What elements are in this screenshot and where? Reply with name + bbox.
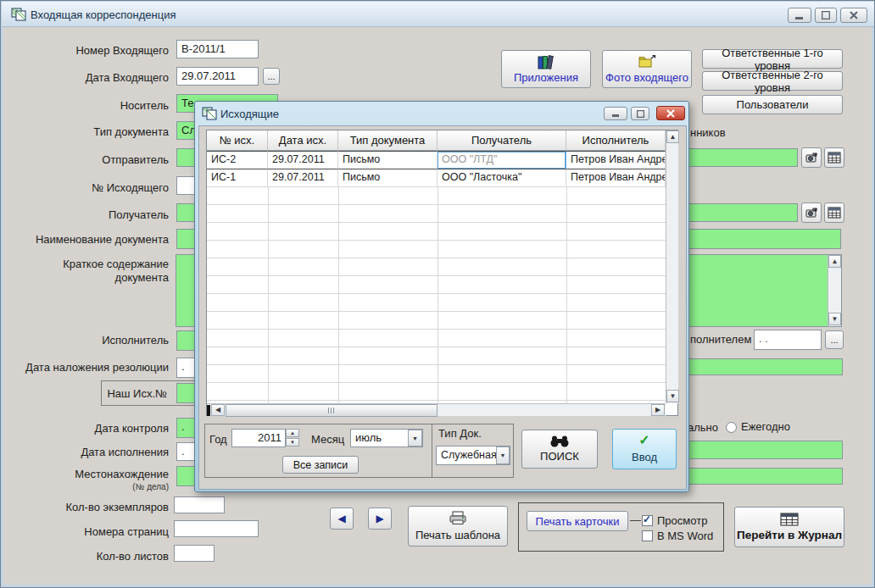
month-label: Месяц [311, 433, 344, 446]
all-records-button[interactable]: Все записи [282, 456, 359, 474]
print-template-button[interactable]: Печать шаблона [408, 506, 508, 546]
main-titlebar: Входящая корреспонденция [2, 2, 875, 27]
scroll-up-icon[interactable]: ▲ [828, 255, 841, 268]
table-cell[interactable]: ИС-2 [207, 151, 268, 169]
col-header-executor[interactable]: Исполнитель [566, 130, 666, 151]
resolution-extra-field[interactable] [684, 358, 843, 375]
scroll-right-icon[interactable]: ▶ [651, 404, 665, 416]
col-header-date[interactable]: Дата исх. [268, 130, 338, 151]
dialog-minimize-button[interactable] [604, 107, 627, 120]
print-template-label: Печать шаблона [415, 529, 500, 541]
incoming-date-field[interactable]: 29.07.2011 [176, 67, 259, 86]
users-button[interactable]: Пользователи [702, 95, 843, 114]
executor-date-field[interactable]: . . [754, 330, 822, 350]
col-header-receiver[interactable]: Получатель [438, 130, 566, 151]
books-icon [537, 54, 555, 69]
execution-date-label: Дата исполнения [1, 446, 169, 458]
goto-journal-label: Перейти в Журнал [737, 529, 842, 541]
col-header-doctype[interactable]: Тип документа [338, 130, 438, 151]
month-dropdown-icon[interactable]: ▼ [408, 430, 422, 447]
employees-label-fragment: нников [690, 126, 726, 139]
spin-up-icon[interactable]: ▲ [286, 429, 299, 437]
spin-down-icon[interactable]: ▼ [286, 438, 299, 447]
splitter-handle[interactable] [207, 405, 210, 416]
page-numbers-field[interactable] [174, 520, 259, 537]
dialog-close-button[interactable] [656, 106, 685, 120]
enter-button[interactable]: ✓ Ввод [612, 429, 677, 469]
table-cell[interactable]: Письмо [338, 169, 438, 187]
sender-camera-button[interactable] [801, 147, 822, 168]
attachments-button[interactable]: Приложения [501, 50, 591, 88]
doc-type-filter-label: Тип Док. [438, 427, 482, 440]
prev-record-button[interactable]: ◀ [330, 508, 354, 530]
col-header-number[interactable]: № исх. [207, 130, 268, 151]
sender-table-button[interactable] [824, 147, 844, 168]
table-cell[interactable]: Петров Иван Андре [566, 151, 666, 169]
receiver-camera-button[interactable] [801, 202, 822, 223]
summary-label-line1: Краткое содержание [1, 258, 169, 270]
control-date-label: Дата контроля [1, 422, 169, 435]
responsible-2-button[interactable]: Ответственные 2-го уровня [702, 71, 843, 91]
location-label: Местонахождение [1, 468, 169, 480]
page-numbers-label: Номера страниц [1, 525, 169, 538]
sheets-count-label: Кол-во листов [1, 550, 169, 563]
next-record-button[interactable]: ▶ [368, 508, 392, 530]
table-cell[interactable]: Петров Иван Андре [566, 169, 666, 187]
receiver-table-button[interactable] [824, 202, 844, 223]
executor-date-browse-button[interactable]: ... [825, 330, 844, 349]
year-spinner-buttons[interactable]: ▲ ▼ [286, 429, 301, 447]
copies-count-field[interactable] [174, 496, 225, 513]
table-cell[interactable]: 29.07.2011 [268, 151, 338, 169]
incoming-date-label: Дата Входящего [1, 71, 169, 84]
table-cell[interactable]: Письмо [338, 151, 438, 169]
binoculars-icon [549, 435, 570, 447]
hscroll-thumb[interactable] [226, 404, 438, 417]
folder-arrow-icon [637, 54, 657, 69]
right-green-field-2[interactable] [684, 468, 843, 485]
table-cell-focused[interactable]: ООО "ЛТД" [438, 151, 566, 169]
right-green-field-1[interactable] [684, 441, 843, 459]
next-icon: ▶ [376, 513, 383, 524]
summary-label-line2: документа [1, 271, 169, 284]
form-icon [202, 107, 217, 120]
table-cell[interactable]: 29.07.2011 [268, 169, 338, 187]
incoming-number-field[interactable]: В-2011/1 [176, 40, 259, 58]
table-cell[interactable]: ИС-1 [207, 169, 268, 187]
scroll-up-icon[interactable]: ▲ [666, 130, 679, 143]
table-vscrollbar[interactable]: ▲ ▼ [666, 130, 678, 403]
maximize-button[interactable] [815, 8, 837, 23]
yearly-radio[interactable] [726, 422, 737, 433]
table-icon [828, 152, 841, 164]
search-button[interactable]: ПОИСК [521, 430, 598, 469]
scroll-left-icon[interactable]: ◀ [211, 404, 225, 416]
print-card-button[interactable]: Печать карточки [527, 511, 628, 531]
scroll-down-icon[interactable]: ▼ [666, 390, 679, 402]
outgoing-number-label: № Исходящего [1, 181, 169, 194]
location-sublabel: (№ дела) [1, 480, 169, 493]
executor-label: Исполнитель [1, 334, 169, 347]
carrier-label: Носитель [1, 99, 169, 112]
dialog-title: Исходящие [220, 108, 279, 120]
incoming-date-browse-button[interactable]: ... [263, 68, 280, 85]
photo-label: Фото входящего [605, 71, 688, 84]
print-card-label: Печать карточки [536, 515, 620, 528]
minimize-button[interactable] [788, 8, 811, 23]
goto-journal-button[interactable]: Перейти в Журнал [734, 507, 844, 547]
close-button[interactable] [840, 8, 867, 23]
doc-type-dropdown-icon[interactable]: ▼ [496, 447, 510, 464]
empty-rows [207, 187, 666, 403]
photo-button[interactable]: Фото входящего [602, 50, 692, 88]
scroll-down-icon[interactable]: ▼ [828, 313, 841, 325]
summary-scrollbar[interactable]: ▲ ▼ [828, 255, 841, 326]
responsible-1-button[interactable]: Ответственные 1-го уровня [702, 49, 843, 69]
ms-word-checkbox[interactable] [642, 530, 653, 541]
dialog-maximize-button[interactable] [631, 107, 649, 120]
preview-checkbox[interactable]: ✓ [642, 515, 653, 526]
sheets-count-field[interactable] [174, 545, 215, 562]
main-window: Входящая корреспонденция Номер Входящего… [0, 0, 875, 588]
table-icon [828, 207, 841, 219]
year-spinner-field[interactable]: 2011 [231, 429, 286, 447]
connector-line [630, 520, 641, 521]
table-cell[interactable]: ООО "Ласточка" [438, 169, 566, 187]
table-hscrollbar[interactable]: ◀ ▶ [207, 403, 666, 416]
